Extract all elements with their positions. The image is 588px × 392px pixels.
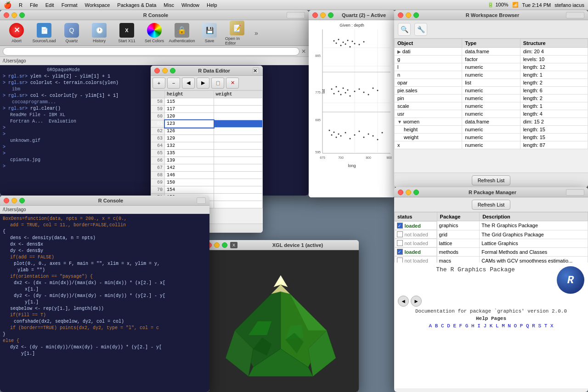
de-table-row[interactable]: 64132 bbox=[151, 142, 263, 150]
close-button[interactable] bbox=[4, 198, 9, 203]
de-table-row[interactable]: 60120 bbox=[151, 113, 263, 120]
wb-table-row[interactable]: nnumericlength: 1 bbox=[395, 71, 588, 79]
save-button[interactable]: 💾 Save bbox=[197, 21, 222, 45]
source-load-button[interactable]: 📄 Source/Load bbox=[31, 21, 57, 45]
open-editor-button[interactable]: 📝 Open In Editor bbox=[224, 19, 250, 47]
maximize-button[interactable] bbox=[19, 12, 25, 18]
pm-table-row[interactable]: not loadedlatticeLattice Graphics bbox=[395, 239, 588, 247]
wb-table-row[interactable]: xnumericlength: 87 bbox=[395, 141, 588, 149]
pm-forward-arrow[interactable]: ▶ bbox=[411, 296, 422, 307]
set-colors-button[interactable]: Set Colors bbox=[141, 21, 167, 45]
menu-file[interactable]: File bbox=[30, 2, 38, 8]
toolbar-overflow[interactable]: » bbox=[252, 29, 261, 37]
pm-back-arrow[interactable]: ◀ bbox=[398, 296, 409, 307]
de-cell-height[interactable]: 132 bbox=[165, 142, 214, 150]
wb-table-row[interactable]: ▼ womendata.framedim: 15 2 bbox=[395, 118, 588, 126]
resize-handle[interactable] bbox=[287, 12, 305, 18]
wb-table-row[interactable]: oparlistlength: 2 bbox=[395, 79, 588, 87]
pm-link-q[interactable]: Q bbox=[526, 323, 529, 329]
pm-table-scroll[interactable]: status Package Description ✓loadedgraphi… bbox=[394, 212, 588, 263]
traffic-lights[interactable] bbox=[4, 12, 25, 18]
pm-table-row[interactable]: ✓loadedgraphicsThe R Graphics Package bbox=[395, 221, 588, 230]
pm-table-row[interactable]: not loadedgridThe Grid Graphics Package bbox=[395, 230, 588, 239]
wb-table-row[interactable]: lnumericlength: 12 bbox=[395, 63, 588, 71]
close-button[interactable] bbox=[398, 190, 403, 195]
pm-link-k[interactable]: K bbox=[490, 323, 493, 329]
maximize-button[interactable] bbox=[170, 68, 175, 73]
de-cell-weight[interactable] bbox=[214, 128, 263, 135]
rcl-traffic-lights[interactable] bbox=[4, 198, 25, 203]
de-col-right[interactable]: ▶ bbox=[197, 78, 209, 89]
de-delete[interactable]: ✕ bbox=[226, 78, 239, 89]
wb-table-row[interactable]: gfactorlevels: 10 bbox=[395, 56, 588, 63]
menu-misc[interactable]: Misc bbox=[164, 2, 174, 8]
pm-link-j[interactable]: J bbox=[483, 323, 486, 329]
wb-traffic-lights[interactable] bbox=[398, 12, 419, 18]
de-cell-height[interactable]: 129 bbox=[165, 135, 214, 142]
de-cell-weight[interactable] bbox=[214, 157, 263, 164]
de-copy[interactable]: 📋 bbox=[211, 78, 224, 89]
pm-link-t[interactable]: T bbox=[544, 323, 548, 329]
menu-r[interactable]: R bbox=[19, 2, 23, 8]
de-traffic-lights[interactable] bbox=[154, 68, 175, 73]
close-button[interactable] bbox=[4, 12, 9, 18]
de-cell-height[interactable]: 150 bbox=[165, 179, 214, 186]
pm-link-e[interactable]: E bbox=[453, 323, 456, 329]
close-button[interactable] bbox=[312, 12, 318, 18]
de-table-row[interactable]: 58115 bbox=[151, 98, 263, 106]
de-cell-height[interactable]: 120 bbox=[165, 113, 214, 120]
de-table-row[interactable]: 68146 bbox=[151, 172, 263, 179]
de-cell-weight[interactable] bbox=[214, 186, 263, 194]
close-button[interactable] bbox=[398, 12, 403, 18]
de-cell-weight[interactable] bbox=[214, 120, 263, 128]
close-button[interactable] bbox=[154, 68, 160, 73]
de-col-left[interactable]: ◀ bbox=[182, 78, 195, 89]
de-table-row[interactable]: 61123 bbox=[151, 120, 263, 128]
pm-link-i[interactable]: I bbox=[477, 323, 481, 329]
de-cell-weight[interactable] bbox=[214, 135, 263, 142]
pm-table-row[interactable]: not loadedmacsCAMs with GCV smoothness e… bbox=[395, 256, 588, 263]
de-cell-weight[interactable] bbox=[214, 106, 263, 113]
pm-link-l[interactable]: L bbox=[496, 323, 499, 329]
pm-checkbox[interactable]: ✓ bbox=[397, 249, 403, 255]
maximize-button[interactable] bbox=[413, 12, 419, 18]
minimize-button[interactable] bbox=[11, 198, 17, 203]
de-table-row[interactable]: 69150 bbox=[151, 179, 263, 186]
de-cell-height[interactable]: 115 bbox=[165, 98, 214, 106]
pm-link-r[interactable]: R bbox=[532, 323, 535, 329]
de-cell-height[interactable]: 117 bbox=[165, 106, 214, 113]
pm-table-row[interactable]: ✓loadedmethodsFormal Methods and Classes bbox=[395, 247, 588, 256]
de-cell-weight[interactable] bbox=[214, 98, 263, 106]
minimize-button[interactable] bbox=[11, 12, 17, 18]
wb-table-row[interactable]: ▶ datidata.framedim: 20 4 bbox=[395, 48, 588, 56]
de-cell-weight[interactable] bbox=[214, 179, 263, 186]
history-button[interactable]: 🕐 History bbox=[86, 21, 112, 45]
abort-button[interactable]: ✕ Abort bbox=[4, 21, 29, 45]
pm-link-f[interactable]: F bbox=[459, 323, 463, 329]
pm-link-m[interactable]: M bbox=[502, 323, 505, 329]
wb-resize[interactable] bbox=[566, 12, 584, 18]
de-cell-height[interactable]: 139 bbox=[165, 157, 214, 164]
de-cell-height[interactable]: 126 bbox=[165, 128, 214, 135]
pm-refresh-button[interactable]: Refresh List bbox=[472, 200, 511, 210]
menu-packages[interactable]: Packages & Data bbox=[117, 2, 156, 8]
quartz-traffic-lights[interactable] bbox=[312, 12, 334, 18]
wb-table-row[interactable]: scalenumericlength: 1 bbox=[395, 102, 588, 110]
menu-edit[interactable]: Edit bbox=[45, 2, 54, 8]
de-table-row[interactable]: 65135 bbox=[151, 150, 263, 157]
pm-link-g[interactable]: G bbox=[465, 323, 469, 329]
de-table-row[interactable]: 62126 bbox=[151, 128, 263, 135]
pm-link-n[interactable]: N bbox=[508, 323, 511, 329]
pm-checkbox[interactable] bbox=[397, 258, 403, 263]
de-cell-weight[interactable] bbox=[214, 172, 263, 179]
minimize-button[interactable] bbox=[162, 68, 168, 73]
search-clear[interactable]: ✕ bbox=[301, 48, 306, 55]
de-cell-height[interactable]: 123 bbox=[165, 120, 214, 128]
wb-table-row[interactable]: pie.salesnumericlength: 6 bbox=[395, 87, 588, 95]
wb-refresh-button[interactable]: Refresh List bbox=[472, 175, 511, 185]
de-close-btn[interactable]: ✕ bbox=[253, 67, 259, 74]
de-cell-height[interactable]: 135 bbox=[165, 150, 214, 157]
de-add-row[interactable]: + bbox=[153, 78, 165, 89]
apple-menu[interactable]: 🍎 bbox=[4, 1, 11, 9]
wb-table-row[interactable]: usrnumericlength: 4 bbox=[395, 110, 588, 118]
